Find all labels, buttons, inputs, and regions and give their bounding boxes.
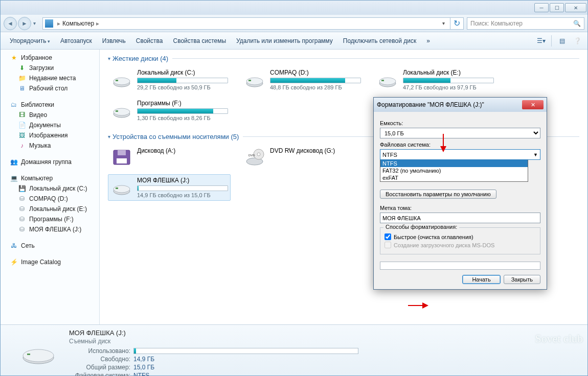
details-fs-label: Файловая система: bbox=[69, 372, 130, 376]
drive-usage-bar bbox=[137, 185, 228, 191]
desktop-icon: 🖥 bbox=[18, 84, 26, 92]
drive-name: Программы (F:) bbox=[137, 100, 228, 107]
sidebar-drive-j[interactable]: ⛁МОЯ ФЛЕШКА (J:) bbox=[1, 224, 99, 234]
quick-format-checkbox[interactable]: Быстрое (очистка оглавления) bbox=[385, 233, 536, 240]
sidebar-drive-c[interactable]: 💾Локальный диск (C:) bbox=[1, 183, 99, 194]
breadcrumb[interactable]: ▸ Компьютер ▸ ▾ bbox=[42, 17, 450, 30]
downloads-icon: ⬇ bbox=[18, 64, 26, 72]
volume-label-input[interactable] bbox=[380, 213, 540, 223]
drive-name: МОЯ ФЛЕШКА (J:) bbox=[137, 177, 228, 184]
fs-option-exfat[interactable]: exFAT bbox=[380, 174, 528, 181]
bootdisk-checkbox: Создание загрузочного диска MS-DOS bbox=[385, 242, 536, 248]
fs-option-fat32[interactable]: FAT32 (по умолчанию) bbox=[380, 167, 528, 174]
toolbar-overflow[interactable]: » bbox=[421, 37, 435, 44]
breadcrumb-dropdown[interactable]: ▾ bbox=[439, 20, 448, 26]
drive-item[interactable]: Программы (F:)1,30 ГБ свободно из 8,26 Г… bbox=[108, 97, 231, 124]
sidebar-homegroup[interactable]: 👥Домашняя группа bbox=[1, 157, 99, 167]
svg-point-17 bbox=[257, 153, 260, 156]
drive-item[interactable]: Дисковод (A:) bbox=[108, 145, 231, 170]
drive-usage-bar bbox=[403, 78, 494, 83]
sidebar-music[interactable]: ♪Музыка bbox=[1, 140, 99, 151]
details-fs-value: NTFS bbox=[133, 372, 358, 376]
autorun-button[interactable]: Автозапуск bbox=[55, 37, 97, 44]
minimize-button[interactable]: ─ bbox=[534, 3, 549, 12]
drive-icon bbox=[110, 147, 133, 168]
breadcrumb-item[interactable]: Компьютер bbox=[62, 20, 94, 27]
pictures-icon: 🖼 bbox=[18, 131, 26, 139]
capacity-select[interactable]: 15,0 ГБ bbox=[380, 128, 540, 138]
uninstall-button[interactable]: Удалить или изменить программу bbox=[231, 37, 338, 44]
catalog-icon: ⚡ bbox=[10, 258, 18, 266]
drive-item[interactable]: МОЯ ФЛЕШКА (J:)14,9 ГБ свободно из 15,0 … bbox=[108, 174, 231, 201]
homegroup-icon: 👥 bbox=[10, 158, 18, 166]
folder-icon: 📁 bbox=[18, 74, 26, 82]
format-methods-label: Способы форматирования: bbox=[383, 224, 459, 230]
sidebar-drive-e[interactable]: ⛁Локальный диск (E:) bbox=[1, 204, 99, 214]
toolbar: Упорядочить Автозапуск Извлечь Свойства … bbox=[1, 32, 587, 50]
drive-item[interactable]: DVDDVD RW дисковод (G:) bbox=[241, 145, 364, 170]
drive-name: COMPAQ (D:) bbox=[270, 69, 361, 76]
details-free-label: Свободно: bbox=[69, 356, 130, 363]
sidebar-computer[interactable]: 💻Компьютер bbox=[1, 173, 99, 183]
eject-button[interactable]: Извлечь bbox=[97, 37, 131, 44]
sidebar-drive-d[interactable]: ⛁COMPAQ (D:) bbox=[1, 194, 99, 204]
forward-button[interactable]: ► bbox=[18, 17, 31, 30]
close-dialog-button[interactable]: Закрыть bbox=[504, 275, 540, 284]
help-button[interactable]: ❔ bbox=[571, 35, 583, 46]
sidebar-libraries[interactable]: 🗂Библиотеки bbox=[1, 100, 99, 110]
close-button[interactable]: ✕ bbox=[565, 3, 586, 12]
maximize-button[interactable]: ☐ bbox=[550, 3, 564, 12]
organize-menu[interactable]: Упорядочить bbox=[5, 37, 55, 44]
drive-item[interactable]: Локальный диск (E:)47,2 ГБ свободно из 9… bbox=[374, 66, 496, 93]
svg-rect-8 bbox=[381, 80, 384, 81]
filesystem-dropdown: NTFS FAT32 (по умолчанию) exFAT bbox=[380, 160, 528, 182]
music-icon: ♪ bbox=[18, 142, 26, 150]
back-button[interactable]: ◄ bbox=[4, 17, 17, 30]
search-input[interactable]: Поиск: Компьютер 🔍 bbox=[467, 17, 584, 30]
sidebar-pictures[interactable]: 🖼Изображения bbox=[1, 130, 99, 140]
section-hdd[interactable]: Жесткие диски (4) bbox=[108, 55, 579, 62]
fs-option-ntfs[interactable]: NTFS bbox=[380, 160, 528, 167]
preview-pane-button[interactable]: ▤ bbox=[556, 35, 568, 46]
sidebar-videos[interactable]: 🎞Видео bbox=[1, 110, 99, 120]
properties-button[interactable]: Свойства bbox=[131, 37, 168, 44]
drive-item[interactable]: COMPAQ (D:)48,8 ГБ свободно из 289 ГБ bbox=[241, 66, 364, 93]
details-usage-bar bbox=[133, 348, 358, 354]
system-properties-button[interactable]: Свойства системы bbox=[168, 37, 231, 44]
document-icon: 📄 bbox=[18, 121, 26, 129]
dialog-close-button[interactable]: ✕ bbox=[522, 100, 544, 109]
volume-label-label: Метка тома: bbox=[380, 205, 540, 211]
sidebar-drive-f[interactable]: ⛁Программы (F:) bbox=[1, 214, 99, 224]
svg-rect-25 bbox=[116, 187, 118, 189]
nav-history-dropdown[interactable]: ▾ bbox=[33, 20, 39, 26]
drive-usage-bar bbox=[137, 78, 228, 83]
drive-name: DVD RW дисковод (G:) bbox=[270, 147, 361, 154]
restore-defaults-button[interactable]: Восстановить параметры по умолчанию bbox=[380, 190, 496, 199]
details-total-value: 15,0 ГБ bbox=[133, 364, 358, 371]
drive-icon: ⛁ bbox=[18, 205, 26, 213]
titlebar: ─ ☐ ✕ bbox=[1, 1, 587, 15]
svg-text:DVD: DVD bbox=[248, 154, 255, 157]
sidebar-favorites[interactable]: ★Избранное bbox=[1, 53, 99, 63]
dialog-titlebar[interactable]: Форматирование "МОЯ ФЛЕШКА (J:)" ✕ bbox=[374, 98, 547, 112]
map-drive-button[interactable]: Подключить сетевой диск bbox=[338, 37, 421, 44]
refresh-button[interactable]: ↻ bbox=[450, 17, 464, 30]
sidebar-documents[interactable]: 📄Документы bbox=[1, 120, 99, 130]
start-button[interactable]: Начать bbox=[462, 275, 500, 284]
drive-icon: 💾 bbox=[18, 184, 26, 193]
drive-name: Дисковод (A:) bbox=[137, 147, 228, 154]
drive-icon bbox=[243, 69, 266, 89]
sidebar-network[interactable]: 🖧Сеть bbox=[1, 241, 99, 251]
drive-icon: ⛁ bbox=[18, 195, 26, 203]
drive-item[interactable]: Локальный диск (C:)29,2 ГБ свободно из 5… bbox=[108, 66, 231, 93]
sidebar-downloads[interactable]: ⬇Загрузки bbox=[1, 63, 99, 73]
sidebar-image-catalog[interactable]: ⚡Image Catalog bbox=[1, 257, 99, 267]
network-icon: 🖧 bbox=[10, 242, 18, 250]
drive-free-text: 14,9 ГБ свободно из 15,0 ГБ bbox=[137, 192, 228, 198]
filesystem-select[interactable]: NTFS▼ bbox=[380, 149, 540, 160]
sidebar-recent[interactable]: 📁Недавние места bbox=[1, 73, 99, 83]
sidebar-desktop[interactable]: 🖥Рабочий стол bbox=[1, 83, 99, 93]
view-options-button[interactable]: ☰▾ bbox=[535, 35, 547, 46]
drive-free-text: 47,2 ГБ свободно из 97,9 ГБ bbox=[403, 84, 494, 90]
drive-free-text: 1,30 ГБ свободно из 8,26 ГБ bbox=[137, 115, 228, 121]
